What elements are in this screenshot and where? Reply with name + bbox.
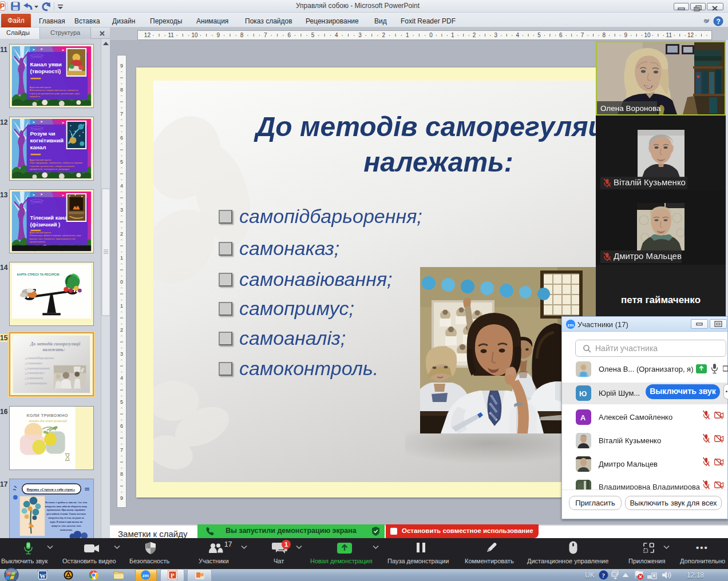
svg-text:9: 9 <box>120 495 123 501</box>
svg-text:3: 3 <box>120 351 123 357</box>
svg-text:P: P <box>0 2 5 10</box>
svg-text:відчуєте своє налегкі, тіло: відчуєте своє налегкі, тіло <box>52 524 81 527</box>
svg-text:належать:: належать: <box>42 347 65 352</box>
svg-text:А: А <box>580 413 586 422</box>
svg-text:карк. В кінці в при цьому, ви: карк. В кінці в при цьому, ви <box>50 520 82 523</box>
svg-text:8: 8 <box>603 32 606 38</box>
svg-text:?: ? <box>602 572 606 579</box>
svg-text:пріоритетів, планування, розря: пріоритетів, планування, розрядка. <box>30 168 70 170</box>
svg-text:(творчості): (творчості) <box>30 68 61 74</box>
svg-text:Адаптивний прояв:: Адаптивний прояв: <box>30 231 52 234</box>
svg-text:Вправа «Струси з себе стрес»: Вправа «Струси з себе стрес» <box>27 487 76 491</box>
svg-text:1: 1 <box>406 32 409 38</box>
svg-text:❑ самонаказ;: ❑ самонаказ; <box>25 361 43 365</box>
svg-text:Виготовлення творче мислення,: Виготовлення творче мислення, зниження <box>30 89 79 91</box>
svg-text:(фізичний ): (фізичний ) <box>30 222 61 228</box>
svg-text:ароматерапія.: ароматерапія. <box>30 240 46 243</box>
svg-text:6: 6 <box>120 135 123 141</box>
svg-text:До методів саморегуляції: До методів саморегуляції <box>30 341 81 347</box>
svg-text:Збір інформації, самоосвіта, в: Збір інформації, самоосвіта, вивчення пр… <box>30 161 83 164</box>
svg-text:P: P <box>171 572 175 579</box>
svg-text:1: 1 <box>120 303 123 309</box>
svg-text:5: 5 <box>311 32 315 38</box>
svg-text:1: 1 <box>120 255 123 261</box>
svg-text:5: 5 <box>537 32 541 38</box>
svg-text:7: 7 <box>120 447 123 453</box>
svg-text:розслабити ті ваші. Також част: розслабити ті ваші. Також частина <box>46 512 86 515</box>
svg-text:масаж, сон, плавання, приготув: масаж, сон, плавання, приготування їжі, <box>30 237 76 240</box>
svg-text:Тілесний канал: Тілесний канал <box>30 215 71 221</box>
svg-text:W: W <box>39 572 46 579</box>
svg-text:Олена Воронова: Олена Воронова <box>600 104 661 113</box>
svg-text:Встаньте і зробіть в, між ніг.: Встаньте і зробіть в, між ніг. Але тіла <box>45 501 88 504</box>
svg-text:Ю: Ю <box>579 389 587 398</box>
svg-text:3: 3 <box>358 32 362 38</box>
svg-text:12: 12 <box>687 32 694 38</box>
svg-text:9: 9 <box>217 32 220 38</box>
svg-text:❑ самонавіювання;: ❑ самонавіювання; <box>25 367 50 370</box>
svg-text:КОЛИ ТРИВОЖНО: КОЛИ ТРИВОЖНО <box>27 413 68 418</box>
svg-text:11: 11 <box>168 32 175 38</box>
svg-text:КАРТА СТРЕСУ ТА РЕСУРСІВ: КАРТА СТРЕСУ ТА РЕСУРСІВ <box>17 273 60 276</box>
svg-text:10: 10 <box>644 32 651 38</box>
svg-text:10: 10 <box>191 32 198 38</box>
svg-text:8: 8 <box>120 471 123 477</box>
svg-text:потрусіть ним, ніби ви обтрусі: потрусіть ним, ніби ви обтрусіть воду. <box>45 505 88 508</box>
svg-text:прочитання. При цьому спробуйт: прочитання. При цьому спробуйте <box>47 508 86 511</box>
svg-text:❑ самоконтроль.: ❑ самоконтроль. <box>25 381 48 385</box>
svg-text:zm: zm <box>568 323 574 328</box>
svg-text:11: 11 <box>666 32 672 38</box>
svg-text:7: 7 <box>581 32 584 38</box>
svg-text:Розум чи: Розум чи <box>30 130 56 137</box>
svg-text:5: 5 <box>120 159 123 165</box>
svg-text:6: 6 <box>559 32 563 38</box>
svg-text:Релаксація, фізичні вправи, пр: Релаксація, фізичні вправи, прогулянка, … <box>30 234 82 237</box>
svg-text:9: 9 <box>120 63 123 69</box>
svg-text:8: 8 <box>120 87 123 93</box>
svg-text:потрусіть їжу, й тіла, по руки: потрусіть їжу, й тіла, по руки та <box>49 516 85 519</box>
svg-text:4: 4 <box>335 32 338 38</box>
svg-text:12: 12 <box>144 32 151 38</box>
svg-text:когнітивний: когнітивний <box>30 137 64 144</box>
svg-text:7: 7 <box>264 32 267 38</box>
svg-text:і законів суспільства, створен: і законів суспільства, створення шкали <box>30 165 75 168</box>
svg-text:6: 6 <box>287 32 291 38</box>
svg-text:Канал уяви: Канал уяви <box>30 61 62 67</box>
svg-text:творчість.: творчість. <box>30 95 41 98</box>
svg-text:техніки для нічної релаксації: техніки для нічної релаксації <box>29 420 68 423</box>
svg-text:7: 7 <box>120 111 123 117</box>
svg-text:0: 0 <box>120 279 123 285</box>
svg-text:6: 6 <box>120 423 123 429</box>
svg-text:Адаптивний прояв:: Адаптивний прояв: <box>30 158 52 161</box>
svg-text:3: 3 <box>494 32 498 38</box>
svg-text:3: 3 <box>120 207 123 213</box>
svg-text:4: 4 <box>516 32 519 38</box>
svg-text:1: 1 <box>451 32 454 38</box>
svg-text:оновлення.: оновлення. <box>60 528 73 531</box>
svg-text:?: ? <box>717 18 721 26</box>
svg-text:канал: канал <box>30 144 46 150</box>
svg-text:Адаптивний прояв:: Адаптивний прояв: <box>30 86 52 89</box>
svg-text:4: 4 <box>120 375 123 381</box>
svg-text:4: 4 <box>120 183 123 189</box>
svg-text:2: 2 <box>120 327 123 333</box>
svg-text:2: 2 <box>473 32 476 38</box>
svg-text:2: 2 <box>382 32 386 38</box>
svg-text:0: 0 <box>429 32 433 38</box>
svg-text:стресу за допомогою уяви, рела: стресу за допомогою уяви, релаксація, мр… <box>30 92 80 95</box>
svg-text:zm: zm <box>143 573 149 578</box>
svg-text:8: 8 <box>240 32 244 38</box>
svg-text:❑ самоаналіз;: ❑ самоаналіз; <box>25 376 43 380</box>
svg-text:5: 5 <box>120 399 123 405</box>
svg-text:2: 2 <box>120 231 123 237</box>
svg-text:9: 9 <box>624 32 627 38</box>
svg-text:❑ самопримус;: ❑ самопримус; <box>25 371 45 375</box>
svg-text:❑ самопідбарьорення;: ❑ самопідбарьорення; <box>25 356 54 360</box>
